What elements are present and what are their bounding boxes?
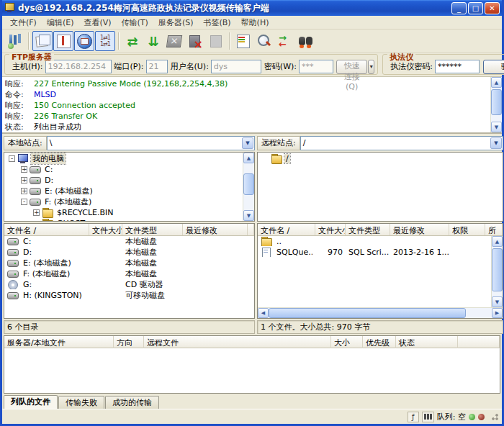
file-row[interactable]: H: (KINGSTON) 可移动磁盘 — [4, 290, 254, 301]
scroll-up-icon[interactable]: ▲ — [492, 236, 503, 247]
scroll-left-icon[interactable]: ◀ — [258, 308, 269, 318]
column-header[interactable]: 远程文件 — [144, 336, 331, 348]
expander-icon[interactable]: + — [33, 209, 40, 216]
tree-item[interactable]: + $RECYCLE.BIN — [4, 207, 243, 218]
file-row[interactable]: C: 本地磁盘 — [4, 236, 254, 247]
column-header[interactable]: 优先级 — [363, 336, 396, 348]
queue-tabs: 列队的文件传输失败成功的传输 — [2, 394, 502, 409]
process-queue-icon[interactable] — [143, 31, 163, 51]
menu-item[interactable]: 帮助(H) — [236, 16, 274, 30]
queue-view-icon[interactable] — [233, 31, 253, 51]
menu-item[interactable]: 查看(V) — [78, 16, 116, 30]
column-header[interactable]: 文件名 / — [4, 224, 89, 235]
column-header[interactable]: 所 — [485, 224, 503, 235]
menu-item[interactable]: 编辑(E) — [42, 16, 79, 30]
column-header[interactable]: 方向 — [114, 336, 144, 348]
scroll-down-icon[interactable]: ▼ — [492, 296, 503, 307]
chevron-down-icon[interactable]: ▼ — [242, 137, 253, 149]
search-icon[interactable] — [254, 31, 274, 51]
menu-item[interactable]: 书签(B) — [198, 16, 235, 30]
log-scrollbar[interactable]: ▲ ▼ — [490, 77, 502, 132]
file-row[interactable]: .. — [258, 236, 491, 247]
expander-icon[interactable]: + — [21, 177, 27, 183]
split-view-button[interactable] — [53, 31, 73, 51]
remote-site-combobox[interactable]: / ▼ — [300, 136, 503, 150]
refresh-icon[interactable] — [122, 31, 143, 51]
column-header[interactable]: 文件大小 — [315, 224, 346, 235]
expander-icon[interactable]: + — [21, 188, 27, 194]
file-row[interactable]: D: 本地磁盘 — [4, 247, 254, 258]
local-site-combobox[interactable]: \ ▼ — [47, 136, 255, 150]
file-row[interactable]: G: CD 驱动器 — [4, 279, 254, 290]
scroll-thumb[interactable] — [243, 173, 254, 195]
connect-icon[interactable] — [5, 31, 25, 51]
drive-button[interactable]: 驱动 — [483, 60, 504, 74]
username-input[interactable] — [211, 60, 261, 73]
expander-icon[interactable]: - — [9, 155, 15, 162]
tree-item[interactable]: GHOST — [4, 218, 243, 221]
abort-icon[interactable] — [164, 31, 184, 51]
scroll-down-icon[interactable]: ▼ — [243, 210, 254, 221]
device-password-input[interactable] — [435, 60, 480, 73]
disabled-transfer-icon[interactable] — [206, 31, 226, 51]
column-header[interactable]: 文件大小 — [89, 224, 122, 235]
column-header[interactable]: 最近修改 — [390, 224, 449, 235]
tree-item[interactable]: + D: — [4, 175, 243, 186]
compare-view-button[interactable] — [32, 31, 53, 51]
scroll-right-icon[interactable]: ▶ — [492, 308, 503, 318]
tree-item[interactable]: + E: (本地磁盘) — [4, 186, 243, 196]
file-row[interactable]: E: (本地磁盘) 本地磁盘 — [4, 258, 254, 268]
remote-list-scrollbar[interactable]: ▲ ▼ — [491, 236, 503, 307]
speed-limit-icon[interactable]: ƒ — [408, 412, 419, 422]
column-header[interactable]: 状态 — [396, 336, 458, 348]
delete-icon[interactable] — [185, 31, 205, 51]
column-header[interactable]: 文件类型 — [346, 224, 390, 235]
close-button[interactable]: ✕ — [485, 2, 500, 14]
remote-list-hscrollbar[interactable]: ◀ ▶ — [258, 307, 503, 318]
column-header[interactable]: 服务器/本地文件 — [4, 336, 114, 348]
find-binoculars-icon[interactable] — [296, 31, 316, 51]
minimize-button[interactable]: _ — [451, 2, 467, 14]
expander-icon[interactable]: + — [21, 166, 27, 173]
resize-grip[interactable] — [490, 412, 499, 421]
tree-item[interactable]: / — [258, 153, 503, 164]
menu-item[interactable]: 传输(T) — [117, 16, 153, 30]
quickconnect-dropdown-button[interactable]: ▼ — [368, 60, 374, 74]
password-input[interactable] — [299, 60, 333, 73]
site-globe-button[interactable] — [74, 31, 94, 51]
scroll-thumb[interactable] — [492, 248, 503, 291]
host-input[interactable] — [45, 60, 112, 73]
port-input[interactable] — [146, 60, 168, 73]
chevron-down-icon[interactable]: ▼ — [490, 137, 502, 149]
menu-item[interactable]: 文件(F) — [5, 16, 42, 30]
expander-icon[interactable]: - — [21, 199, 27, 205]
column-header[interactable]: 文件类型 — [122, 224, 183, 235]
column-header[interactable]: 大小 — [331, 336, 363, 348]
queue-tab[interactable]: 成功的传输 — [105, 396, 159, 409]
queue-tab[interactable]: 列队的文件 — [4, 395, 58, 409]
scroll-up-icon[interactable]: ▲ — [491, 77, 502, 88]
column-header[interactable] — [458, 336, 500, 348]
maximize-button[interactable]: □ — [468, 2, 483, 14]
scroll-thumb[interactable] — [269, 308, 466, 318]
file-icon — [261, 248, 272, 257]
tree-item-label: F: (本地磁盘) — [43, 196, 93, 207]
scroll-down-icon[interactable]: ▼ — [491, 122, 502, 132]
quickconnect-button[interactable]: 快速连接(Q) — [336, 60, 367, 74]
column-header[interactable] — [248, 224, 254, 235]
queue-tab[interactable]: 传输失败 — [58, 396, 104, 409]
file-row[interactable]: SQLQue... 970 SQL Scri... 2013-2-16 1... — [258, 247, 491, 258]
transfer-arrows-icon[interactable] — [275, 31, 295, 51]
column-header[interactable]: 文件名 / — [258, 224, 315, 235]
tree-item[interactable]: - 我的电脑 — [4, 153, 243, 164]
tree-item[interactable]: - F: (本地磁盘) — [4, 196, 243, 207]
menu-item[interactable]: 服务器(S) — [153, 16, 199, 30]
column-header[interactable]: 最近修改 — [183, 224, 248, 235]
file-row[interactable]: F: (本地磁盘) 本地磁盘 — [4, 268, 254, 279]
scroll-up-icon[interactable]: ▲ — [243, 153, 254, 163]
scroll-thumb[interactable] — [491, 89, 502, 115]
tree-item[interactable]: + C: — [4, 164, 243, 175]
column-header[interactable]: 权限 — [449, 224, 485, 235]
sync-browse-button[interactable] — [95, 31, 115, 51]
local-tree-scrollbar[interactable]: ▲ ▼ — [243, 153, 254, 221]
